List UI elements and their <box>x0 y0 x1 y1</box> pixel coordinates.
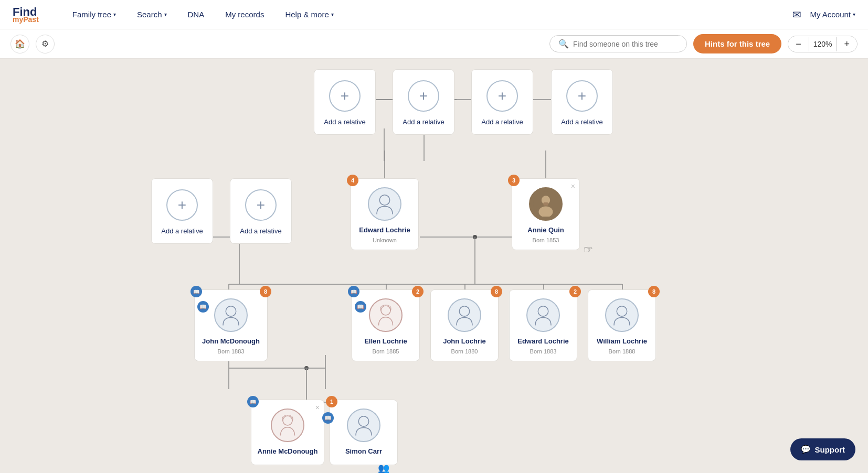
logo-mypast: myPast <box>13 16 39 23</box>
search-bar[interactable]: 🔍 <box>549 35 687 52</box>
hints-badge: 4 <box>347 175 358 186</box>
nav-help-chevron: ▾ <box>331 12 334 17</box>
nav-right: ✉ My Account ▾ <box>792 8 855 21</box>
person-name: Annie McDonough <box>258 447 318 456</box>
records-badge-annie-simon: 📖 <box>322 412 334 424</box>
annie-mcdonough-card[interactable]: Annie McDonough 📖 × <box>251 400 324 465</box>
john-lochrie-card[interactable]: John Lochrie Born 1880 8 <box>430 289 499 361</box>
my-account-label: My Account <box>810 10 851 19</box>
person-name: Annie Quin <box>527 226 564 235</box>
add-circle-icon: + <box>166 189 198 221</box>
nav-dna-label: DNA <box>188 10 205 19</box>
nav-search[interactable]: Search ▾ <box>129 6 175 23</box>
book-badge: 📖 <box>190 286 202 297</box>
search-input[interactable] <box>573 40 678 48</box>
person-date: Born 1885 <box>373 348 399 354</box>
hints-badge: 8 <box>260 286 271 297</box>
my-account-button[interactable]: My Account ▾ <box>810 10 855 19</box>
add-label: Add a relative <box>403 118 444 126</box>
ellen-lochrie-card[interactable]: Ellen Lochrie Born 1885 2 📖 <box>352 289 420 361</box>
add-circle-icon: + <box>245 189 277 221</box>
avatar <box>605 298 639 332</box>
support-button[interactable]: 💬 Support <box>790 438 856 460</box>
book-badge: 📖 <box>348 286 359 297</box>
support-label: Support <box>815 445 845 454</box>
add-person-icon[interactable]: 👥 <box>378 463 389 473</box>
toolbar: 🏠 ⚙ 🔍 Hints for this tree − 120% + <box>0 29 868 59</box>
person-name: Edward Lochrie <box>517 337 569 346</box>
edward-lochrie2-card[interactable]: Edward Lochrie Born 1883 2 <box>509 289 577 361</box>
avatar <box>448 298 481 332</box>
add-label: Add a relative <box>161 227 203 235</box>
person-name: John McDonough <box>202 337 260 346</box>
hints-badge: 1 <box>326 396 337 407</box>
nav-my-records[interactable]: My records <box>217 6 272 23</box>
svg-rect-35 <box>544 202 548 206</box>
add-relative-card-left2[interactable]: + Add a relative <box>230 178 292 244</box>
nav-help-label: Help & more <box>285 10 329 19</box>
avatar <box>526 298 560 332</box>
records-badge-ellen-lochrie: 📖 <box>355 301 366 313</box>
svg-point-37 <box>381 306 390 315</box>
zoom-controls: − 120% + <box>788 36 858 52</box>
hints-button[interactable]: Hints for this tree <box>693 34 781 53</box>
nav-family-tree-label: Family tree <box>72 10 111 19</box>
add-relative-card-top2[interactable]: + Add a relative <box>393 69 454 135</box>
nav-family-tree-chevron: ▾ <box>113 12 116 17</box>
home-button[interactable]: 🏠 <box>10 35 29 53</box>
card-close-button[interactable]: × <box>571 182 575 190</box>
edward-lochrie-card[interactable]: Edward Lochrie Unknown 4 <box>351 178 419 250</box>
nav-items: Family tree ▾ Search ▾ DNA My records He… <box>64 6 793 23</box>
person-date: Born 1880 <box>451 348 478 354</box>
add-relative-card-top3[interactable]: + Add a relative <box>471 69 533 135</box>
svg-point-42 <box>358 416 369 427</box>
svg-point-40 <box>617 306 627 317</box>
add-circle-icon: + <box>566 80 598 112</box>
add-label: Add a relative <box>481 118 523 126</box>
add-label: Add a relative <box>324 118 366 126</box>
hints-badge: 3 <box>508 175 520 186</box>
add-label: Add a relative <box>561 118 603 126</box>
zoom-in-button[interactable]: + <box>837 36 857 52</box>
card-close-button[interactable]: × <box>315 403 320 412</box>
person-name: Ellen Lochrie <box>364 337 407 346</box>
svg-point-38 <box>459 306 470 317</box>
nav-search-chevron: ▾ <box>164 12 167 17</box>
add-relative-card-left1[interactable]: + Add a relative <box>151 178 213 244</box>
svg-point-36 <box>226 306 236 317</box>
nav-help[interactable]: Help & more ▾ <box>277 6 342 23</box>
add-label: Add a relative <box>240 227 282 235</box>
mail-icon[interactable]: ✉ <box>792 8 801 21</box>
my-account-chevron: ▾ <box>853 12 855 17</box>
person-date: Born 1888 <box>609 348 636 354</box>
zoom-out-button[interactable]: − <box>788 36 809 52</box>
person-name: Simon Carr <box>345 447 382 456</box>
family-tree-canvas: + Add a relative + Add a relative + Add … <box>0 59 868 473</box>
cursor-icon: ☞ <box>584 243 593 256</box>
svg-point-25 <box>304 366 309 370</box>
logo[interactable]: Find myPast <box>13 6 39 23</box>
simon-carr-card[interactable]: Simon Carr 1 <box>330 400 398 465</box>
add-circle-icon: + <box>408 80 439 112</box>
person-date: Born 1883 <box>218 348 245 354</box>
person-date: Unknown <box>373 237 397 243</box>
hints-badge: 2 <box>412 286 424 297</box>
person-name: William Lochrie <box>597 337 647 346</box>
nav-family-tree[interactable]: Family tree ▾ <box>64 6 124 23</box>
annie-quin-card[interactable]: Annie Quin Born 1853 3 × <box>512 178 580 250</box>
navbar: Find myPast Family tree ▾ Search ▾ DNA M… <box>0 0 868 29</box>
avatar <box>369 298 403 332</box>
add-circle-icon: + <box>329 80 361 112</box>
settings-button[interactable]: ⚙ <box>36 35 55 53</box>
person-name: John Lochrie <box>443 337 486 346</box>
records-badge-john-mcdonough: 📖 <box>197 301 209 313</box>
hints-badge: 8 <box>491 286 502 297</box>
person-name: Edward Lochrie <box>359 226 410 235</box>
add-relative-card-top1[interactable]: + Add a relative <box>314 69 376 135</box>
william-lochrie-card[interactable]: William Lochrie Born 1888 8 <box>588 289 656 361</box>
john-mcdonough-card[interactable]: John McDonough Born 1883 8 📖 <box>194 289 268 361</box>
svg-point-41 <box>283 416 292 425</box>
nav-dna[interactable]: DNA <box>179 6 213 23</box>
support-icon: 💬 <box>801 445 811 454</box>
add-relative-card-top4[interactable]: + Add a relative <box>551 69 613 135</box>
